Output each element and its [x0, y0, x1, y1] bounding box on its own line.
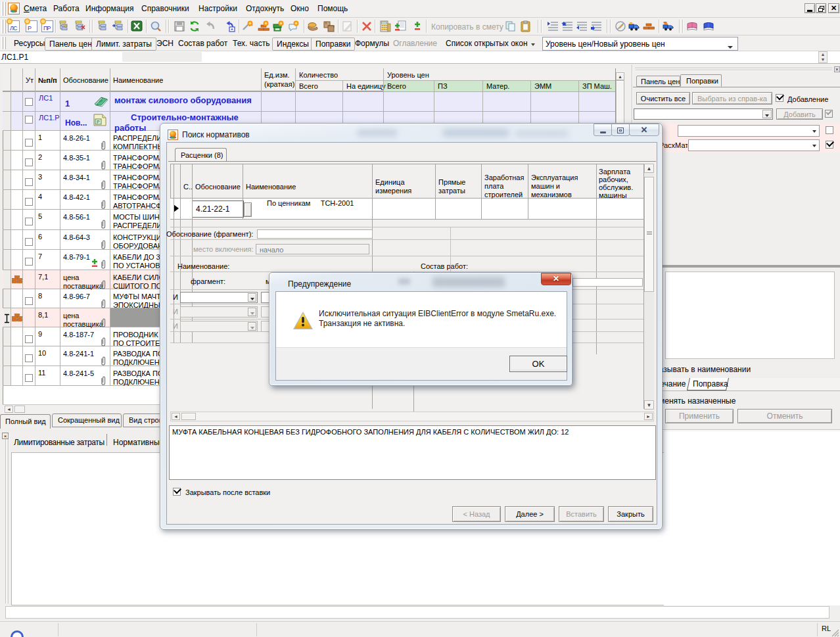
svg-text:P: P	[97, 120, 100, 124]
